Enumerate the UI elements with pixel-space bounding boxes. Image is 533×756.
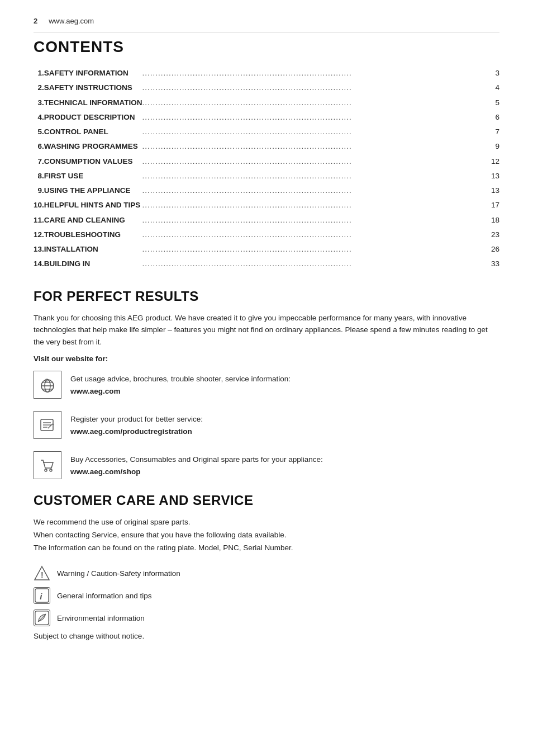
toc-dots: ........................................… bbox=[142, 66, 486, 81]
toc-number: 14. bbox=[34, 257, 44, 271]
website-icon-row: Buy Accessories, Consumables and Origina… bbox=[34, 451, 499, 479]
website-icon-row: Register your product for better service… bbox=[34, 411, 499, 439]
toc-dots: ........................................… bbox=[142, 242, 486, 257]
toc-page: 9 bbox=[486, 139, 499, 154]
website-icon-row: @ Get usage advice, brochures, trouble s… bbox=[34, 371, 499, 399]
toc-item: 12. TROUBLESHOOTING ....................… bbox=[34, 228, 499, 242]
toc-item: 7. CONSUMPTION VALUES ..................… bbox=[34, 154, 499, 169]
symbol-row: ! Warning / Caution-Safety information bbox=[34, 565, 499, 582]
toc-dots: ........................................… bbox=[142, 96, 486, 110]
toc-page: 13 bbox=[486, 183, 499, 198]
icon-link: www.aeg.com/shop bbox=[70, 467, 141, 476]
toc-dots: ........................................… bbox=[142, 110, 486, 125]
toc-item: 13. INSTALLATION .......................… bbox=[34, 242, 499, 257]
toc-item: 1. SAFETY INFORMATION ..................… bbox=[34, 66, 499, 81]
toc-dots: ........................................… bbox=[142, 81, 486, 95]
toc-number: 8. bbox=[34, 169, 44, 183]
toc-number: 12. bbox=[34, 228, 44, 242]
subject-to-change: Subject to change without notice. bbox=[34, 632, 499, 640]
toc-number: 3. bbox=[34, 96, 44, 110]
page-number: 2 bbox=[34, 17, 37, 25]
symbol-row: Environmental information bbox=[34, 609, 499, 626]
toc-page: 26 bbox=[486, 242, 499, 257]
symbol-label: General information and tips bbox=[57, 592, 152, 600]
toc-dots: ........................................… bbox=[142, 154, 486, 169]
toc-number: 4. bbox=[34, 110, 44, 125]
toc-number: 11. bbox=[34, 213, 44, 228]
toc-number: 5. bbox=[34, 125, 44, 139]
toc-label: FIRST USE bbox=[44, 169, 142, 183]
toc-number: 13. bbox=[34, 242, 44, 257]
customer-body: We recommend the use of original spare p… bbox=[34, 516, 499, 555]
toc-dots: ........................................… bbox=[142, 125, 486, 139]
toc-table: 1. SAFETY INFORMATION ..................… bbox=[34, 66, 499, 272]
info-symbol-icon: i bbox=[34, 587, 50, 604]
website-header: www.aeg.com bbox=[49, 17, 94, 25]
svg-text:@: @ bbox=[45, 378, 49, 382]
visit-label: Visit our website for: bbox=[34, 355, 499, 363]
toc-label: BUILDING IN bbox=[44, 257, 142, 271]
toc-page: 12 bbox=[486, 154, 499, 169]
toc-item: 5. CONTROL PANEL .......................… bbox=[34, 125, 499, 139]
customer-care-title: CUSTOMER CARE AND SERVICE bbox=[34, 493, 499, 508]
svg-text:i: i bbox=[40, 592, 42, 601]
toc-page: 4 bbox=[486, 81, 499, 95]
header-divider bbox=[34, 32, 499, 32]
register-icon bbox=[34, 411, 61, 439]
toc-number: 2. bbox=[34, 81, 44, 95]
for-perfect-results-title: FOR PERFECT RESULTS bbox=[34, 289, 499, 304]
toc-label: PRODUCT DESCRIPTION bbox=[44, 110, 142, 125]
toc-label: CONTROL PANEL bbox=[44, 125, 142, 139]
toc-dots: ........................................… bbox=[142, 139, 486, 154]
toc-dots: ........................................… bbox=[142, 183, 486, 198]
svg-point-14 bbox=[50, 469, 52, 471]
toc-page: 5 bbox=[486, 96, 499, 110]
toc-label: INSTALLATION bbox=[44, 242, 142, 257]
toc-page: 18 bbox=[486, 213, 499, 228]
toc-number: 1. bbox=[34, 66, 44, 81]
icon-link: www.aeg.com/productregistration bbox=[70, 427, 192, 436]
toc-dots: ........................................… bbox=[142, 169, 486, 183]
toc-number: 7. bbox=[34, 154, 44, 169]
toc-label: SAFETY INFORMATION bbox=[44, 66, 142, 81]
toc-number: 6. bbox=[34, 139, 44, 154]
toc-item: 10. HELPFUL HINTS AND TIPS .............… bbox=[34, 198, 499, 212]
contents-title: CONTENTS bbox=[34, 38, 499, 56]
toc-item: 6. WASHING PROGRAMMES ..................… bbox=[34, 139, 499, 154]
for-perfect-results-body: Thank you for choosing this AEG product.… bbox=[34, 312, 499, 348]
toc-page: 17 bbox=[486, 198, 499, 212]
toc-page: 23 bbox=[486, 228, 499, 242]
svg-line-10 bbox=[49, 424, 53, 427]
toc-item: 4. PRODUCT DESCRIPTION .................… bbox=[34, 110, 499, 125]
symbol-label: Environmental information bbox=[57, 614, 145, 622]
toc-dots: ........................................… bbox=[142, 198, 486, 212]
toc-page: 6 bbox=[486, 110, 499, 125]
symbol-label: Warning / Caution-Safety information bbox=[57, 569, 180, 578]
toc-number: 10. bbox=[34, 198, 44, 212]
svg-line-12 bbox=[48, 427, 49, 428]
toc-label: WASHING PROGRAMMES bbox=[44, 139, 142, 154]
svg-text:!: ! bbox=[41, 570, 44, 579]
icon-description: Register your product for better service… bbox=[70, 411, 203, 437]
toc-item: 3. TECHNICAL INFORMATION ...............… bbox=[34, 96, 499, 110]
toc-dots: ........................................… bbox=[142, 257, 486, 271]
toc-dots: ........................................… bbox=[142, 228, 486, 242]
toc-label: CONSUMPTION VALUES bbox=[44, 154, 142, 169]
symbol-row: i General information and tips bbox=[34, 587, 499, 604]
toc-number: 9. bbox=[34, 183, 44, 198]
toc-item: 8. FIRST USE ...........................… bbox=[34, 169, 499, 183]
toc-label: SAFETY INSTRUCTIONS bbox=[44, 81, 142, 95]
icon-link: www.aeg.com bbox=[70, 387, 121, 395]
warning-symbol-icon: ! bbox=[34, 565, 50, 582]
toc-page: 3 bbox=[486, 66, 499, 81]
toc-page: 7 bbox=[486, 125, 499, 139]
icon-description: Buy Accessories, Consumables and Origina… bbox=[70, 451, 323, 478]
toc-label: HELPFUL HINTS AND TIPS bbox=[44, 198, 142, 212]
svg-point-13 bbox=[45, 469, 47, 471]
toc-item: 9. USING THE APPLIANCE .................… bbox=[34, 183, 499, 198]
eco-symbol-icon bbox=[34, 609, 50, 626]
toc-page: 13 bbox=[486, 169, 499, 183]
toc-page: 33 bbox=[486, 257, 499, 271]
toc-label: USING THE APPLIANCE bbox=[44, 183, 142, 198]
toc-item: 2. SAFETY INSTRUCTIONS .................… bbox=[34, 81, 499, 95]
